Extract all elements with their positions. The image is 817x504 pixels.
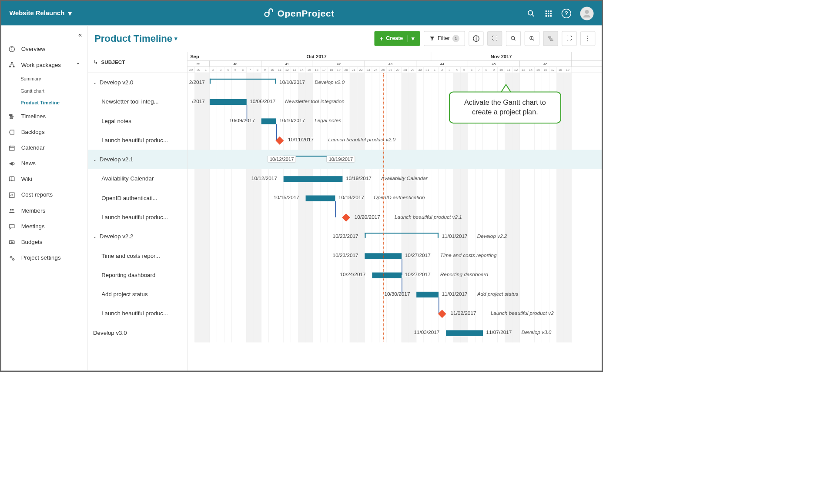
end-date: 10/27/2017	[405, 253, 431, 258]
gantt-row[interactable]: 10/12/201710/19/2017Availability Calenda…	[188, 169, 602, 188]
task-row[interactable]: Launch beautiful produc...	[88, 130, 187, 150]
sidebar-item-news[interactable]: News	[1, 156, 88, 171]
gantt-row[interactable]: 10/20/2017Launch beautiful product v2.1	[188, 207, 602, 227]
sidebar-item-wiki[interactable]: Wiki	[1, 171, 88, 187]
gantt-row[interactable]: 10/15/201710/18/2017OpenID authenticatio…	[188, 188, 602, 207]
gantt-bar[interactable]	[372, 273, 402, 278]
task-row[interactable]: OpenID authenticati...	[88, 188, 187, 207]
svg-rect-29	[10, 224, 14, 228]
sidebar-subitem-summary[interactable]: Summary	[20, 73, 87, 85]
task-row[interactable]: Availability Calendar	[88, 169, 187, 188]
sidebar-item-backlogs[interactable]: Backlogs	[1, 124, 88, 140]
gantt-icon	[547, 35, 554, 42]
svg-line-2	[532, 14, 534, 16]
kebab-icon: ⋮	[584, 34, 591, 43]
zoom-in-button[interactable]	[525, 31, 539, 46]
day-label: 30	[195, 67, 202, 73]
sidebar-item-calendar[interactable]: Calendar	[1, 140, 88, 156]
info-button[interactable]: ⓘ	[469, 31, 483, 46]
gantt-row[interactable]: 10/11/2017Launch beautiful product v2.0	[188, 130, 602, 150]
gantt-milestone[interactable]	[438, 310, 446, 318]
gantt-milestone[interactable]	[342, 214, 350, 222]
sidebar-subitem-product-timeline[interactable]: Product Timeline	[20, 97, 87, 108]
gantt-group[interactable]	[365, 233, 439, 237]
gantt-milestone[interactable]	[275, 137, 284, 145]
gantt-row[interactable]: 11/03/201711/07/2017Develop v3.0	[188, 323, 602, 342]
gantt-bar[interactable]	[416, 292, 439, 297]
day-label: 5	[232, 67, 239, 73]
task-name: Time and costs reporting	[440, 253, 497, 258]
gantt-bar[interactable]	[306, 195, 335, 201]
day-label: 10	[269, 67, 276, 73]
sidebar-item-cost-reports[interactable]: Cost reports	[1, 187, 88, 203]
caret-down-icon: ▾	[174, 35, 177, 42]
zoom-out-button[interactable]	[506, 31, 521, 46]
task-row[interactable]: Launch beautiful produc...	[88, 304, 187, 323]
sidebar-item-work-packages[interactable]: Work packages⌃	[1, 57, 88, 73]
gantt-row[interactable]: 10/12/201710/19/2017	[188, 150, 602, 169]
create-button[interactable]: + Create ▾	[374, 31, 420, 46]
day-label: 27	[394, 67, 402, 73]
svg-rect-10	[548, 15, 549, 17]
money-icon	[8, 239, 15, 245]
start-date: 10/15/2017	[274, 195, 299, 200]
fullscreen-button[interactable]: ⛶	[562, 31, 577, 46]
gantt-bar[interactable]	[210, 99, 247, 105]
gantt-bar[interactable]	[446, 330, 483, 336]
gantt-row[interactable]: 10/30/201711/01/2017Add project status	[188, 285, 602, 304]
caret-down-icon: ▾	[408, 35, 415, 42]
start-date: 10/24/2017	[340, 272, 366, 277]
filter-button[interactable]: Filter 1	[424, 31, 465, 46]
sidebar-item-budgets[interactable]: Budgets	[1, 234, 88, 250]
sidebar-item-overview[interactable]: Overview	[1, 41, 88, 57]
svg-rect-11	[550, 15, 552, 17]
subject-header[interactable]: ↳ SUBJECT	[88, 52, 187, 73]
day-label: 11	[276, 67, 284, 73]
page-title[interactable]: Product Timeline ▾	[94, 33, 177, 44]
end-date: 10/19/2017	[346, 176, 372, 181]
day-label: 8	[483, 67, 490, 73]
logo[interactable]: OpenProject	[72, 8, 527, 19]
svg-point-33	[10, 256, 12, 258]
gantt-bar[interactable]	[284, 176, 343, 182]
task-row[interactable]: Launch beautiful produc...	[88, 207, 187, 227]
more-menu-button[interactable]: ⋮	[580, 31, 595, 46]
gantt-row[interactable]: 10/23/201711/01/2017Develop v2.2	[188, 227, 602, 246]
sidebar-item-meetings[interactable]: Meetings	[1, 219, 88, 234]
task-row[interactable]: Newsletter tool integ...	[88, 92, 187, 111]
collapse-sidebar-icon[interactable]: «	[78, 31, 82, 39]
gantt-chart[interactable]: SepOct 2017Nov 2017394041424344454629301…	[188, 52, 602, 371]
task-row[interactable]: Time and costs repor...	[88, 246, 187, 265]
sidebar-subitem-gantt-chart[interactable]: Gantt chart	[20, 85, 87, 97]
svg-rect-5	[550, 10, 552, 12]
day-label: 17	[321, 67, 328, 73]
gantt-row[interactable]: 11/02/2017Launch beautiful product v2	[188, 304, 602, 323]
task-row[interactable]: Legal notes	[88, 111, 187, 130]
gantt-row[interactable]: 2/201710/10/2017Develop v2.0	[188, 73, 602, 92]
sidebar-item-members[interactable]: Members	[1, 203, 88, 218]
task-row[interactable]: Add project status	[88, 285, 187, 304]
gantt-row[interactable]: 10/24/201710/27/2017Reporting dashboard	[188, 265, 602, 284]
day-label: 19	[564, 67, 572, 73]
gantt-group[interactable]	[210, 79, 276, 83]
day-label: 3	[217, 67, 224, 73]
gantt-toggle-button[interactable]	[543, 31, 558, 46]
help-icon[interactable]: ?	[562, 9, 571, 18]
start-date: 10/12/2017	[251, 176, 277, 181]
zoom-fit-button[interactable]: ⛶	[487, 31, 502, 46]
task-row[interactable]: Develop v3.0	[88, 323, 187, 342]
day-label: 22	[357, 67, 365, 73]
svg-point-15	[12, 47, 12, 48]
user-avatar[interactable]	[580, 7, 594, 20]
sidebar-item-timelines[interactable]: Timelines	[1, 108, 88, 124]
task-row[interactable]: Reporting dashboard	[88, 265, 187, 284]
modules-icon[interactable]	[544, 9, 552, 17]
gantt-bar[interactable]	[261, 118, 276, 124]
search-icon[interactable]	[527, 9, 535, 17]
task-row[interactable]: ⌄Develop v2.2	[88, 227, 187, 246]
sidebar-item-project-settings[interactable]: Project settings	[1, 250, 88, 266]
gantt-row[interactable]: 10/23/201710/27/2017Time and costs repor…	[188, 246, 602, 265]
project-selector[interactable]: Website Relaunch ▾	[9, 10, 71, 17]
task-row[interactable]: ⌄Develop v2.1	[88, 150, 187, 169]
task-row[interactable]: ⌄Develop v2.0	[88, 73, 187, 92]
